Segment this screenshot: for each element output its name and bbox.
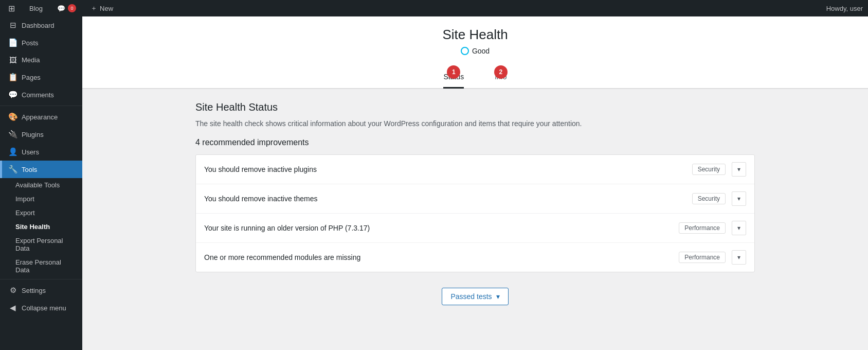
plugins-icon: 🔌	[8, 130, 17, 139]
sidebar-subitem-erase-personal-data[interactable]: Erase Personal Data	[0, 255, 82, 277]
dashboard-icon: ⊟	[8, 21, 17, 30]
tab-info-wrapper: Info 2	[495, 67, 507, 83]
sidebar-item-collapse[interactable]: ◀ Collapse menu	[0, 299, 82, 317]
section-desc: The site health check shows critical inf…	[195, 119, 755, 128]
sidebar-item-dashboard[interactable]: ⊟ Dashboard	[0, 16, 82, 34]
media-icon: 🖼	[8, 56, 17, 64]
accordion-label-inactive-themes: You should remove inactive themes	[204, 195, 686, 203]
sidebar-item-label: Comments	[22, 91, 54, 99]
improvements-accordion: You should remove inactive plugins Secur…	[195, 154, 755, 272]
tabs-bar: Status 1 Info 2	[82, 63, 868, 89]
page-title: Site Health	[82, 27, 868, 43]
tab-info-number: 2	[494, 65, 508, 79]
sidebar-item-label: Pages	[22, 74, 41, 81]
accordion-label-inactive-plugins: You should remove inactive plugins	[204, 165, 686, 173]
blog-label: Blog	[29, 5, 43, 12]
tools-icon: 🔧	[8, 165, 17, 174]
status-text: Good	[472, 47, 490, 55]
new-icon: ＋	[91, 4, 97, 13]
sidebar-item-label: Posts	[22, 39, 39, 47]
wp-icon: ⊞	[8, 4, 15, 13]
main-layout: ⊟ Dashboard 📄 Posts 🖼 Media 📋 Pages 💬 Co…	[0, 16, 868, 350]
tab-status[interactable]: Status 1	[443, 63, 464, 88]
sidebar-subitem-export-personal-data[interactable]: Export Personal Data	[0, 234, 82, 255]
tab-status-wrapper: Status 1	[443, 67, 464, 83]
tools-submenu: Available Tools Import Export Site Healt…	[0, 178, 82, 277]
sidebar-item-posts[interactable]: 📄 Posts	[0, 34, 82, 51]
content-area: Site Health Good Status 1 Info	[82, 16, 868, 350]
badge-security-themes: Security	[692, 193, 726, 204]
accordion-label-missing-modules: One or more recommended modules are miss…	[204, 253, 673, 261]
sidebar-item-label: Tools	[22, 166, 37, 173]
new-label: New	[100, 5, 113, 12]
new-button[interactable]: ＋ New	[87, 0, 116, 16]
sidebar-divider-2	[0, 279, 82, 279]
accordion-label-php-version: Your site is running an older version of…	[204, 224, 673, 232]
sidebar-item-pages[interactable]: 📋 Pages	[0, 68, 82, 86]
section-title: Site Health Status	[195, 101, 755, 113]
howdy-text: Howdy, user	[826, 5, 863, 12]
blog-button[interactable]: Blog	[26, 0, 46, 16]
sidebar-item-media[interactable]: 🖼 Media	[0, 51, 82, 68]
tab-status-number: 1	[447, 65, 460, 79]
sidebar-item-label: Settings	[22, 287, 46, 294]
settings-icon: ⚙	[8, 286, 17, 295]
comments-icon: 💬	[8, 90, 17, 99]
expand-inactive-plugins-button[interactable]: ▾	[732, 162, 746, 177]
expand-missing-modules-button[interactable]: ▾	[732, 250, 746, 265]
badge-performance-modules: Performance	[679, 252, 726, 263]
badge-performance-php: Performance	[679, 222, 726, 234]
accordion-item-php-version: Your site is running an older version of…	[196, 214, 754, 243]
expand-inactive-themes-button[interactable]: ▾	[732, 191, 746, 206]
sidebar: ⊟ Dashboard 📄 Posts 🖼 Media 📋 Pages 💬 Co…	[0, 16, 82, 350]
status-circle	[461, 47, 469, 55]
sidebar-subitem-import[interactable]: Import	[0, 192, 82, 206]
sidebar-item-tools[interactable]: 🔧 Tools	[0, 161, 82, 178]
status-indicator: Good	[82, 47, 868, 55]
users-icon: 👤	[8, 147, 17, 156]
collapse-label: Collapse menu	[22, 304, 66, 312]
sidebar-item-label: Dashboard	[22, 22, 55, 29]
sidebar-item-comments[interactable]: 💬 Comments	[0, 86, 82, 103]
badge-security-plugins: Security	[692, 164, 726, 175]
comments-count: 0	[68, 4, 76, 12]
main-content: Site Health Status The site health check…	[82, 89, 868, 333]
sidebar-subitem-available-tools[interactable]: Available Tools	[0, 178, 82, 192]
passed-tests-button[interactable]: Passed tests ▾	[442, 288, 508, 305]
comments-button[interactable]: 💬 0	[54, 0, 79, 16]
sidebar-item-label: Plugins	[22, 131, 44, 138]
accordion-item-missing-modules: One or more recommended modules are miss…	[196, 243, 754, 272]
comment-icon: 💬	[57, 5, 65, 12]
sidebar-divider-1	[0, 106, 82, 106]
sidebar-item-label: Users	[22, 148, 39, 156]
passed-tests-row: Passed tests ▾	[195, 288, 755, 305]
admin-bar: ⊞ Blog 💬 0 ＋ New Howdy, user	[0, 0, 868, 16]
sidebar-item-users[interactable]: 👤 Users	[0, 143, 82, 161]
accordion-item-inactive-themes: You should remove inactive themes Securi…	[196, 184, 754, 214]
accordion-item-inactive-plugins: You should remove inactive plugins Secur…	[196, 155, 754, 184]
passed-tests-chevron-icon: ▾	[496, 292, 500, 301]
sidebar-subitem-export[interactable]: Export	[0, 206, 82, 220]
posts-icon: 📄	[8, 38, 17, 47]
sidebar-item-plugins[interactable]: 🔌 Plugins	[0, 126, 82, 143]
passed-tests-label: Passed tests	[450, 292, 492, 301]
sidebar-item-label: Media	[22, 56, 40, 64]
tab-info[interactable]: Info 2	[495, 63, 507, 88]
sidebar-item-appearance[interactable]: 🎨 Appearance	[0, 108, 82, 126]
appearance-icon: 🎨	[8, 112, 17, 121]
sidebar-item-label: Appearance	[22, 113, 58, 121]
wp-logo-button[interactable]: ⊞	[5, 0, 18, 16]
page-header: Site Health Good Status 1 Info	[82, 16, 868, 89]
sidebar-subitem-site-health[interactable]: Site Health	[0, 220, 82, 234]
improvements-heading: 4 recommended improvements	[195, 138, 755, 147]
collapse-icon: ◀	[8, 303, 17, 312]
sidebar-item-settings[interactable]: ⚙ Settings	[0, 282, 82, 299]
pages-icon: 📋	[8, 73, 17, 82]
expand-php-version-button[interactable]: ▾	[732, 221, 746, 235]
